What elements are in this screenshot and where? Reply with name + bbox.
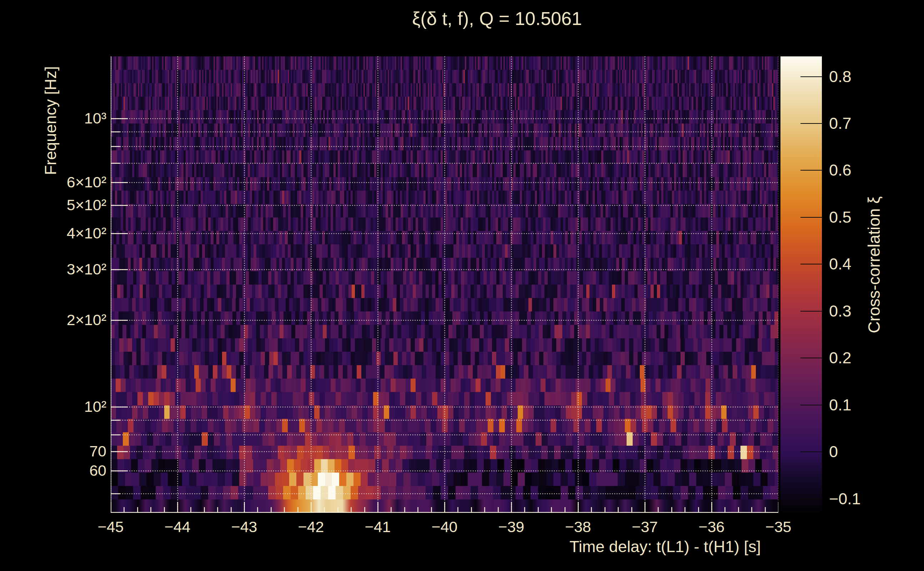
x-tick-label: −41 xyxy=(349,518,406,536)
x-tick-label: −37 xyxy=(616,518,674,536)
y-tick-label: 2×10² xyxy=(0,311,107,329)
colorbar-tick-label: 0 xyxy=(829,443,901,461)
colorbar-tick-mark xyxy=(800,264,823,264)
x-tick-label: −35 xyxy=(750,518,807,536)
colorbar-tick-mark xyxy=(800,451,823,452)
x-axis-label: Time delay: t(L1) - t(H1) [s] xyxy=(569,537,761,556)
x-tick-label: −43 xyxy=(216,518,273,536)
y-tick-label: 4×10² xyxy=(0,224,107,242)
x-tick-label: −40 xyxy=(416,518,473,536)
colorbar-tick-mark xyxy=(800,498,823,499)
colorbar-tick-label: 0.8 xyxy=(829,68,901,86)
colorbar-tick-label: 0.7 xyxy=(829,114,901,133)
x-tick-label: −36 xyxy=(683,518,740,536)
colorbar-tick-label: 0.6 xyxy=(829,161,901,179)
plot-title: ξ(δ t, f), Q = 10.5061 xyxy=(412,8,582,29)
x-tick-label: −38 xyxy=(550,518,607,536)
cross-correlation-qscan-figure: ξ(δ t, f), Q = 10.5061 Frequency [Hz] 10… xyxy=(0,0,924,571)
y-tick-label: 6×10² xyxy=(0,173,107,191)
colorbar-tick-mark xyxy=(800,217,823,218)
x-tick-label: −45 xyxy=(82,518,139,536)
heatmap-canvas xyxy=(111,56,778,513)
colorbar-tick-label: −0.1 xyxy=(829,490,901,508)
x-tick-label: −39 xyxy=(483,518,540,536)
colorbar-tick-label: 0.1 xyxy=(829,396,901,414)
colorbar-tick-mark xyxy=(800,358,823,358)
colorbar-tick-mark xyxy=(800,123,823,124)
y-tick-label: 70 xyxy=(0,443,107,460)
colorbar xyxy=(780,56,822,513)
colorbar-tick-label: 0.2 xyxy=(829,349,901,367)
y-tick-label: 5×10² xyxy=(0,196,107,214)
colorbar-tick-mark xyxy=(800,76,823,77)
y-tick-label: 10² xyxy=(0,398,107,415)
colorbar-tick-mark xyxy=(800,405,823,406)
x-tick-label: −44 xyxy=(149,518,206,536)
colorbar-tick-mark xyxy=(800,311,823,312)
y-tick-label: 3×10² xyxy=(0,261,107,278)
colorbar-tick-mark xyxy=(800,170,823,171)
y-tick-label: 60 xyxy=(0,462,107,479)
x-tick-label: −42 xyxy=(283,518,340,536)
colorbar-label: Cross-correlation ξ xyxy=(864,196,884,333)
y-tick-label: 10³ xyxy=(0,110,107,127)
